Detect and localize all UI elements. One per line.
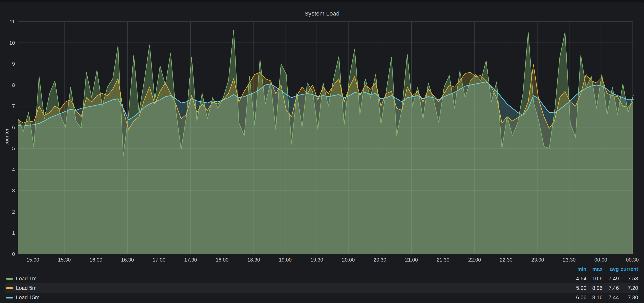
stat-min-value: 5.90 [568, 285, 586, 291]
stat-max-value: 8.96 [586, 285, 602, 291]
legend-series-label[interactable]: Load 5m [16, 285, 36, 291]
x-tick-label: 23:00 [531, 257, 544, 263]
stat-current-value: 7.30 [619, 294, 638, 301]
stat-column-header-current[interactable]: current [619, 266, 638, 272]
x-tick-label: 22:30 [500, 257, 512, 263]
x-tick-label: 19:00 [279, 257, 292, 263]
stat-column-header-avg[interactable]: avg [602, 266, 619, 272]
stat-avg-value: 7.44 [602, 294, 619, 301]
x-tick-label: 15:30 [58, 257, 71, 263]
stat-column-header-min[interactable]: min [568, 266, 586, 272]
stat-column-header-max[interactable]: max [586, 266, 602, 272]
x-tick-label: 18:00 [216, 257, 228, 263]
stat-current-value: 7.20 [619, 285, 638, 291]
legend-swatch[interactable] [6, 278, 13, 280]
y-tick-label: 7 [12, 103, 15, 109]
x-tick-label: 22:00 [468, 257, 481, 263]
x-tick-label: 00:30 [626, 257, 639, 263]
y-tick-label: 4 [12, 167, 15, 172]
y-tick-label: 2 [12, 209, 15, 215]
series-fills [18, 30, 634, 254]
stat-avg-value: 7.49 [602, 276, 619, 282]
stat-min-value: 4.64 [568, 276, 586, 282]
y-tick-label: 5 [12, 146, 15, 151]
y-tick-label: 8 [12, 82, 15, 88]
y-tick-label: 11 [10, 19, 15, 24]
stat-max-value: 8.16 [586, 294, 602, 301]
legend-swatch[interactable] [6, 287, 13, 289]
legend-series-toggle-load-1m[interactable]: Load 1m [5, 276, 36, 282]
x-tick-label: 18:30 [247, 257, 260, 263]
x-tick-label: 17:00 [153, 257, 166, 263]
y-tick-label: 6 [12, 124, 15, 130]
legend-series-toggle-load-15m[interactable]: Load 15m [5, 294, 40, 301]
legend-series-label[interactable]: Load 1m [16, 276, 36, 282]
system-load-graph[interactable]: 0123456789101115:0015:3016:0016:3017:001… [0, 0, 644, 303]
x-tick-label: 19:30 [310, 257, 323, 263]
x-tick-label: 20:00 [342, 257, 355, 263]
x-tick-label: 21:30 [436, 257, 449, 263]
y-tick-label: 10 [9, 40, 15, 46]
x-tick-label: 00:00 [594, 257, 607, 263]
y-tick-label: 9 [12, 61, 15, 67]
legend-row-load-5m: Load 5m5.908.967.467.20 [5, 283, 638, 293]
legend-series-toggle-load-5m[interactable]: Load 5m [5, 285, 36, 291]
stat-avg-value: 7.46 [602, 285, 619, 291]
x-tick-label: 21:00 [405, 257, 418, 263]
x-tick-label: 17:30 [184, 257, 197, 263]
x-tick-label: 20:30 [374, 257, 386, 263]
stat-max-value: 10.6 [586, 276, 602, 282]
legend-stats-header: minmaxavgcurrent [5, 266, 638, 272]
stat-min-value: 6.06 [568, 294, 586, 301]
x-tick-label: 23:30 [563, 257, 576, 263]
legend-series-label[interactable]: Load 15m [16, 294, 40, 301]
x-tick-label: 16:30 [121, 257, 134, 263]
legend-row-load-15m: Load 15m6.068.167.447.30 [5, 293, 638, 302]
x-tick-label: 16:00 [90, 257, 102, 263]
y-tick-label: 1 [12, 230, 15, 236]
legend-row-load-1m: Load 1m4.6410.67.497.53 [5, 274, 638, 283]
y-tick-label: 3 [12, 188, 15, 194]
grafana-dashboard: { "panel": { "title": "System Load" }, "… [0, 0, 644, 303]
x-tick-label: 15:00 [26, 257, 39, 263]
legend-swatch[interactable] [6, 297, 13, 298]
stat-current-value: 7.53 [619, 276, 638, 282]
y-axis-label: counter [4, 128, 10, 146]
y-tick-label: 0 [12, 251, 15, 257]
